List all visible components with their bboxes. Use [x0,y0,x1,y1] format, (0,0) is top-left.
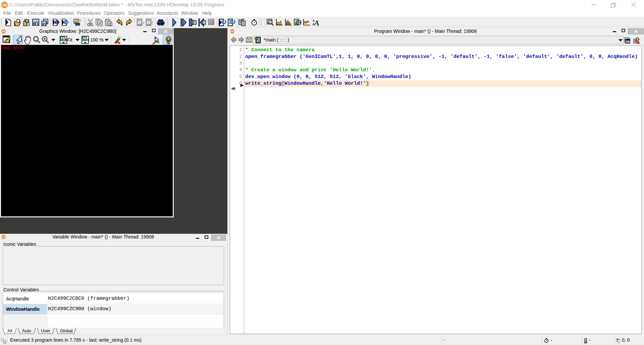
svg-text:a: a [317,23,319,26]
svg-text:User: User [41,328,50,333]
svg-text:Auto: Auto [22,328,31,333]
svg-text:HA: HA [2,3,7,7]
svg-text:100 %: 100 % [90,37,104,43]
svg-text:HA: HA [2,30,5,32]
svg-text:HA: HA [231,30,234,32]
svg-text:Fit: Fit [67,37,72,43]
svg-text:All: All [7,328,12,333]
svg-text:HA: HA [2,236,5,238]
svg-text:Global: Global [60,328,73,333]
svg-text:c: c [620,340,621,342]
